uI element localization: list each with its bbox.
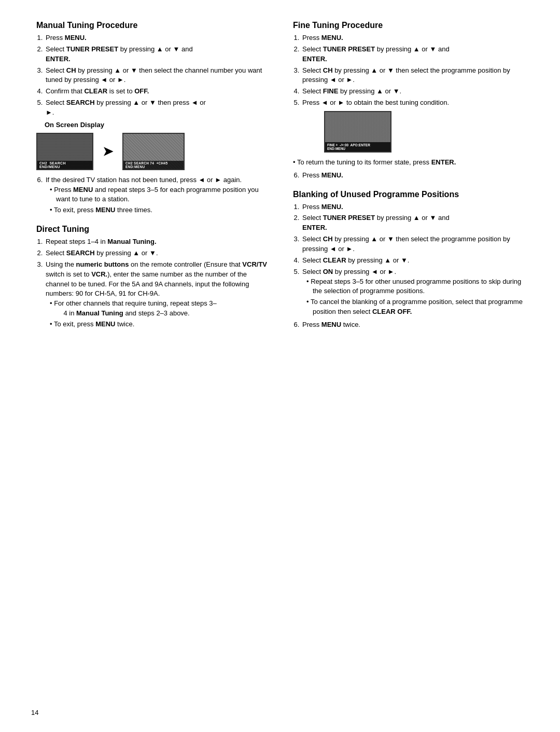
blanking-step-2: Select TUNER PRESET by pressing ▲ or ▼ a…: [301, 213, 529, 233]
bullet-exit-menu: To exit, press MENU three times.: [50, 205, 272, 215]
fine-bullet-1: To return the tuning to its former state…: [293, 158, 529, 168]
direct-step-2: Select SEARCH by pressing ▲ or ▼.: [45, 248, 272, 258]
blanking-step-3: Select CH by pressing ▲ or ▼ then select…: [301, 234, 529, 254]
screen-display-area: CH2 SEARCH END/MENU ➤ CH2 SEARCH 74 +CH4…: [36, 133, 272, 170]
manual-step-5: Select SEARCH by pressing ▲ or ▼ then pr…: [45, 98, 272, 118]
fine-step-3: Select CH by pressing ▲ or ▼ then select…: [301, 66, 529, 86]
direct-step3-bullets: For other channels that require tuning, …: [50, 299, 272, 329]
screen-bar-1: CH2 SEARCH END/MENU: [37, 161, 92, 169]
fine-tuning-bullets: To return the tuning to its former state…: [293, 158, 529, 168]
blanking-bullet-1: Repeat steps 3–5 for other unused progra…: [306, 277, 529, 297]
fine-step-1: Press MENU.: [301, 33, 529, 43]
bullet-repeat-steps: Press MENU and repeat steps 3–5 for each…: [50, 185, 272, 205]
fine-screen-box: FINE + -/+:00 APO:ENTER END:MENU: [324, 111, 391, 153]
fine-step-4: Select FINE by pressing ▲ or ▼.: [301, 87, 529, 96]
page-number: 14: [31, 709, 38, 716]
direct-tuning-section: Direct Tuning Repeat steps 1–4 in Manual…: [36, 225, 272, 329]
manual-step-2: Select TUNER PRESET by pressing ▲ or ▼ a…: [45, 45, 272, 64]
direct-step-1: Repeat steps 1–4 in Manual Tuning.: [45, 237, 272, 247]
blanking-steps: Press MENU. Select TUNER PRESET by press…: [301, 202, 529, 317]
fine-step-5: Press ◄ or ► to obtain the best tuning c…: [301, 98, 529, 108]
manual-step-1: Press MENU.: [45, 33, 272, 43]
fine-tuning-section: Fine Tuning Procedure Press MENU. Select…: [293, 21, 529, 181]
direct-tuning-title: Direct Tuning: [36, 225, 272, 234]
manual-tuning-title: Manual Tuning Procedure: [36, 21, 272, 30]
fine-step-2: Select TUNER PRESET by pressing ▲ or ▼ a…: [301, 45, 529, 64]
blanking-bullet-2: To cancel the blanking of a programme po…: [306, 297, 529, 317]
direct-step-3: Using the numeric buttons on the remote …: [45, 260, 272, 329]
screen-after: CH2 SEARCH 74 +CH45 END:MENU: [122, 133, 185, 170]
on-screen-display-label: On Screen Display: [45, 121, 272, 129]
fine-tuning-steps: Press MENU. Select TUNER PRESET by press…: [301, 33, 529, 108]
blanking-step-4: Select CLEAR by pressing ▲ or ▼.: [301, 256, 529, 266]
manual-tuning-steps: Press MENU. Select TUNER PRESET by press…: [45, 33, 272, 118]
blanking-step-1: Press MENU.: [301, 202, 529, 212]
blanking-step-5: Select ON by pressing ◄ or ►. Repeat ste…: [301, 267, 529, 317]
arrow-right-icon: ➤: [103, 144, 113, 159]
manual-step6-bullets: Press MENU and repeat steps 3–5 for each…: [50, 185, 272, 216]
manual-tuning-step6-list: If the desired TV station has not been t…: [45, 175, 272, 215]
manual-tuning-section: Manual Tuning Procedure Press MENU. Sele…: [36, 21, 272, 215]
blanking-step5-bullets: Repeat steps 3–5 for other unused progra…: [306, 277, 529, 317]
blanking-step-6: Press MENU twice.: [301, 320, 529, 330]
manual-step-4: Confirm that CLEAR is set to OFF.: [45, 87, 272, 96]
manual-step-6: If the desired TV station has not been t…: [45, 175, 272, 215]
blanking-title: Blanking of Unused Programme Positions: [293, 190, 529, 199]
screen-bar-2: CH2 SEARCH 74 +CH45 END:MENU: [123, 161, 184, 169]
direct-bullet-1: For other channels that require tuning, …: [50, 299, 272, 319]
fine-screen-bar: FINE + -/+:00 APO:ENTER END:MENU: [325, 142, 390, 151]
fine-step-6: Press MENU.: [301, 171, 529, 181]
fine-tuning-title: Fine Tuning Procedure: [293, 21, 529, 30]
fine-step6-list: Press MENU.: [301, 171, 529, 181]
blanking-section: Blanking of Unused Programme Positions P…: [293, 190, 529, 330]
direct-tuning-steps: Repeat steps 1–4 in Manual Tuning. Selec…: [45, 237, 272, 329]
screen-before: CH2 SEARCH END/MENU: [36, 133, 93, 170]
manual-step-3: Select CH by pressing ▲ or ▼ then select…: [45, 66, 272, 86]
direct-bullet-2: To exit, press MENU twice.: [50, 320, 272, 329]
blanking-step6-list: Press MENU twice.: [301, 320, 529, 330]
